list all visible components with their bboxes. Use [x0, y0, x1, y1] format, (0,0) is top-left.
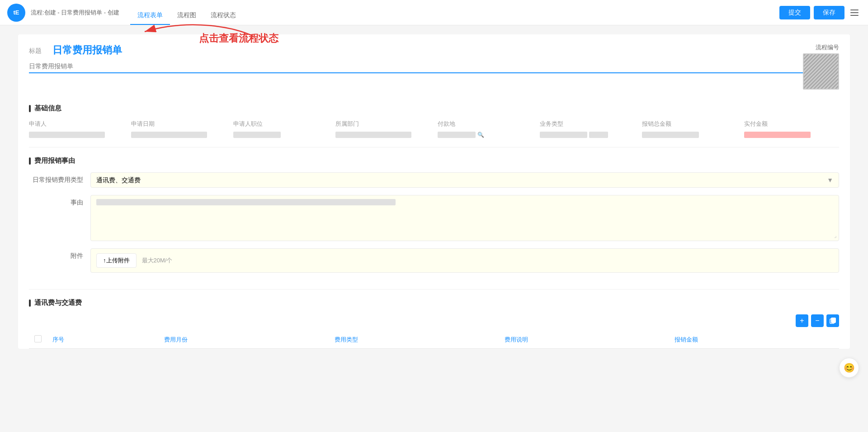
attachment-content: ↑上传附件 最大20M/个 — [90, 248, 839, 273]
save-button[interactable]: 保存 — [814, 6, 844, 19]
header: tE 流程:创建 - 日常费用报销单 - 创建 流程表单 流程图 流程状态 提交… — [0, 0, 868, 25]
avatar-placeholder — [803, 53, 839, 90]
flow-number-label: 流程编号 — [816, 43, 839, 52]
field-value-position — [233, 132, 281, 138]
field-business-type: 业务类型 — [540, 120, 635, 138]
field-value-department — [335, 132, 411, 138]
subtitle-input[interactable] — [29, 61, 803, 73]
th-type: 费用类型 — [329, 331, 499, 349]
expense-type-content: 通讯费、交通费 ▼ — [90, 172, 839, 188]
tab-form[interactable]: 流程表单 — [130, 0, 170, 25]
field-value-applicant — [29, 132, 105, 138]
svg-rect-2 — [831, 318, 835, 323]
comm-table: 序号 费用月份 费用类型 费用说明 报销金额 — [29, 331, 839, 349]
comm-transport-title: 通讯费与交通费 — [29, 299, 839, 307]
payment-place-value — [438, 132, 476, 138]
title-value: 日常费用报销单 — [52, 43, 122, 57]
reason-textarea-wrapper: ⌟ — [90, 195, 839, 241]
header-actions: 提交 保存 — [779, 6, 861, 19]
expense-type-select-wrapper: 通讯费、交通费 ▼ — [90, 172, 839, 188]
title-section: 标题 日常费用报销单 流程编号 — [29, 43, 839, 93]
add-row-button[interactable]: + — [796, 314, 808, 327]
header-tabs: 流程表单 流程图 流程状态 — [130, 0, 243, 25]
basic-info-grid: 申请人 申请日期 申请人职位 所属部门 付款地 — [29, 120, 839, 138]
expense-type-select[interactable]: 通讯费、交通费 — [91, 173, 839, 187]
floating-help-button[interactable]: 😊 — [839, 358, 859, 378]
expense-type-row: 日常报销费用类型 通讯费、交通费 ▼ — [29, 172, 839, 188]
upload-limit: 最大20M/个 — [142, 256, 173, 265]
reason-textarea-space — [91, 209, 839, 241]
basic-info-title: 基础信息 — [29, 104, 839, 113]
reason-blur-content — [96, 199, 396, 205]
field-value-date — [131, 132, 207, 138]
reason-label: 事由 — [29, 195, 83, 207]
table-actions: + − — [29, 314, 839, 327]
field-actual-amount: 实付金额 — [744, 120, 839, 138]
th-sequence: 序号 — [47, 331, 159, 349]
business-type-value — [540, 132, 587, 138]
reason-row: 事由 ⌟ — [29, 195, 839, 241]
flow-number-area: 流程编号 — [803, 43, 839, 90]
field-label-payment-place: 付款地 — [438, 120, 533, 128]
expense-reason-title: 费用报销事由 — [29, 157, 839, 165]
field-label-applicant: 申请人 — [29, 120, 124, 128]
expense-type-label: 日常报销费用类型 — [29, 172, 83, 184]
main-content: 标题 日常费用报销单 流程编号 基础信息 申请人 申 — [0, 25, 868, 432]
field-value-business-type — [540, 132, 635, 138]
field-total-amount: 报销总金额 — [642, 120, 737, 138]
submit-button[interactable]: 提交 — [779, 6, 810, 19]
field-applicant: 申请人 — [29, 120, 124, 138]
basic-info-section: 基础信息 申请人 申请日期 申请人职位 所属部门 — [29, 104, 839, 147]
remove-row-button[interactable]: − — [811, 314, 824, 327]
avatar-image — [804, 54, 838, 89]
field-department: 所属部门 — [335, 120, 430, 138]
upload-button[interactable]: ↑上传附件 — [96, 253, 137, 268]
field-label-business-type: 业务类型 — [540, 120, 635, 128]
search-icon[interactable]: 🔍 — [477, 132, 484, 138]
field-date: 申请日期 — [131, 120, 226, 138]
field-label-position: 申请人职位 — [233, 120, 328, 128]
field-payment-place: 付款地 🔍 — [438, 120, 533, 138]
help-icon: 😊 — [844, 362, 855, 373]
title-label: 标题 — [29, 47, 42, 55]
field-label-date: 申请日期 — [131, 120, 226, 128]
field-value-actual-amount — [744, 132, 811, 138]
field-value-payment-place: 🔍 — [438, 132, 533, 138]
field-label-total-amount: 报销总金额 — [642, 120, 737, 128]
attachment-row: 附件 ↑上传附件 最大20M/个 — [29, 248, 839, 273]
resize-handle-icon: ⌟ — [834, 233, 837, 239]
tab-flow-diagram[interactable]: 流程图 — [170, 0, 203, 25]
attachment-area: ↑上传附件 最大20M/个 — [90, 248, 839, 273]
field-label-actual-amount: 实付金额 — [744, 120, 839, 128]
copy-row-button[interactable] — [826, 314, 839, 327]
expense-reason-section: 费用报销事由 日常报销费用类型 通讯费、交通费 ▼ 事由 — [29, 157, 839, 290]
field-label-department: 所属部门 — [335, 120, 430, 128]
field-position: 申请人职位 — [233, 120, 328, 138]
business-type-extra — [589, 132, 608, 138]
th-checkbox — [29, 331, 47, 349]
copy-icon — [830, 318, 836, 324]
form-card: 标题 日常费用报销单 流程编号 基础信息 申请人 申 — [18, 34, 850, 349]
breadcrumb: 流程:创建 - 日常费用报销单 - 创建 — [31, 9, 119, 17]
tab-flow-status[interactable]: 流程状态 — [203, 0, 243, 25]
header-checkbox[interactable] — [34, 335, 42, 342]
comm-transport-section: 通讯费与交通费 + − — [29, 299, 839, 349]
logo: tE — [7, 4, 25, 22]
th-description: 费用说明 — [499, 331, 669, 349]
attachment-label: 附件 — [29, 248, 83, 260]
menu-icon[interactable] — [848, 6, 861, 19]
field-value-total-amount — [642, 132, 737, 138]
th-amount: 报销金额 — [669, 331, 839, 349]
th-month: 费用月份 — [159, 331, 329, 349]
reason-content: ⌟ — [90, 195, 839, 241]
